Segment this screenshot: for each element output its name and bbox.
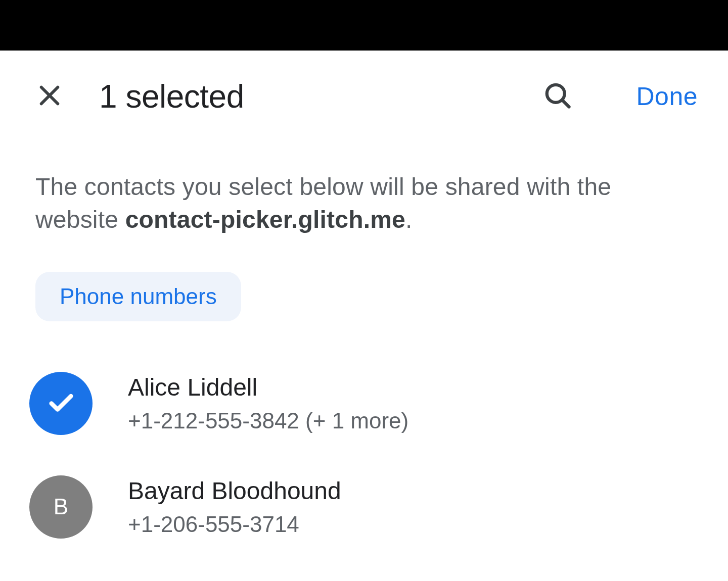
description-domain: contact-picker.glitch.me xyxy=(125,206,405,233)
phone-numbers-chip[interactable]: Phone numbers xyxy=(35,272,241,321)
contact-info: Bayard Bloodhound +1-206-555-3714 xyxy=(128,477,341,537)
svg-line-3 xyxy=(563,101,569,107)
contact-detail: +1-206-555-3714 xyxy=(128,512,341,537)
selection-count-title: 1 selected xyxy=(99,78,507,115)
contact-list: Alice Liddell +1-212-555-3842 (+ 1 more)… xyxy=(0,321,728,569)
contact-name: Bayard Bloodhound xyxy=(128,477,341,505)
share-description: The contacts you select below will be sh… xyxy=(0,135,728,236)
header: 1 selected Done xyxy=(0,51,728,135)
close-icon xyxy=(35,81,64,112)
search-icon xyxy=(542,80,573,113)
chip-row: Phone numbers xyxy=(0,236,728,321)
avatar-initial: B xyxy=(29,475,93,539)
close-button[interactable] xyxy=(35,81,64,112)
contact-name: Alice Liddell xyxy=(128,373,408,401)
description-suffix: . xyxy=(405,206,413,233)
done-button[interactable]: Done xyxy=(636,82,698,111)
contact-picker-sheet: 1 selected Done The contacts you select … xyxy=(0,51,728,569)
search-button[interactable] xyxy=(542,80,573,113)
contact-info: Alice Liddell +1-212-555-3842 (+ 1 more) xyxy=(128,373,408,433)
status-bar xyxy=(0,0,728,51)
contact-item[interactable]: Alice Liddell +1-212-555-3842 (+ 1 more) xyxy=(29,362,693,465)
avatar-selected xyxy=(29,372,93,435)
contact-detail: +1-212-555-3842 (+ 1 more) xyxy=(128,408,408,433)
contact-item[interactable]: B Bayard Bloodhound +1-206-555-3714 xyxy=(29,465,693,569)
check-icon xyxy=(47,388,76,419)
